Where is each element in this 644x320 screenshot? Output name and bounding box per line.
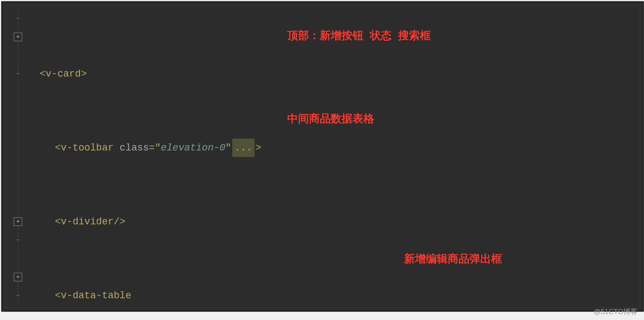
folded-region[interactable]: ... (232, 139, 254, 157)
code-editor[interactable]: <v-card> <v-toolbar class="elevation-0".… (34, 9, 636, 304)
code-line[interactable]: <v-data-table (34, 286, 636, 305)
code-line[interactable]: <v-toolbar class="elevation-0"...> (34, 139, 636, 157)
fold-expand-icon[interactable]: + (7, 28, 29, 46)
fold-collapse-icon[interactable]: − (7, 65, 29, 83)
code-line[interactable]: <v-card> (34, 65, 636, 83)
code-line[interactable]: <v-divider/> (34, 212, 636, 231)
editor-frame: − + − + − + − <v-card> <v-toolbar class=… (1, 1, 644, 312)
annotation-bottom: 新增编辑商品弹出框 (404, 252, 502, 266)
fold-gutter: − + − + − + − (7, 9, 29, 304)
annotation-middle: 中间商品数据表格 (287, 111, 374, 126)
annotation-top: 顶部：新增按钮 状态 搜索框 (287, 28, 431, 43)
watermark: @51CTO博客 (593, 307, 637, 317)
fold-collapse-icon[interactable]: − (7, 231, 29, 249)
fold-collapse-icon[interactable]: − (7, 9, 29, 28)
fold-collapse-icon[interactable]: − (7, 286, 29, 305)
fold-expand-icon[interactable]: + (7, 212, 29, 231)
fold-expand-icon[interactable]: + (7, 268, 29, 286)
